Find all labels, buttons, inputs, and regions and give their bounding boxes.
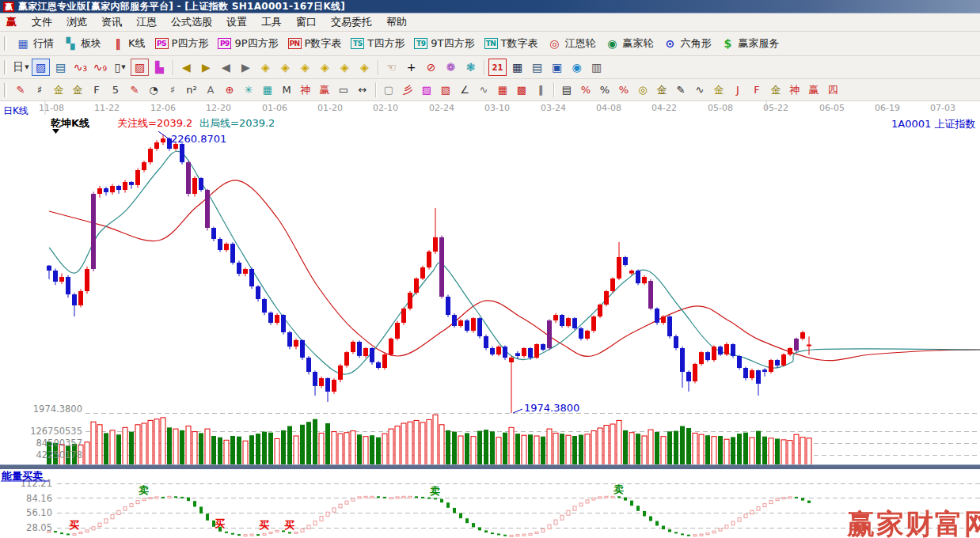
mark-pencil-icon[interactable]: ✎	[672, 81, 689, 98]
trend-pencil-icon[interactable]: ✎	[12, 81, 29, 98]
gann-brain-icon[interactable]: ❁	[442, 59, 460, 76]
gold-levels-icon[interactable]: 金	[653, 81, 670, 98]
gann-pattern-red-icon[interactable]: ▨	[131, 59, 149, 76]
gann-pattern-active-icon[interactable]: ▨	[32, 59, 50, 76]
diamond-full-icon[interactable]: ◈	[355, 59, 374, 76]
menu-file[interactable]: 文件	[25, 13, 59, 31]
web-fan-icon[interactable]: ✳	[240, 81, 257, 98]
diamond-left-icon[interactable]: ◈	[256, 59, 275, 76]
gann-box-magenta-icon[interactable]: ▨	[418, 81, 435, 98]
gold-angle-icon[interactable]: 金	[710, 81, 727, 98]
square-of-nine-icon[interactable]: n²	[183, 81, 200, 98]
sector-board-button[interactable]: ▚板块	[59, 35, 106, 52]
gann-compass-icon[interactable]: ⊕	[221, 81, 238, 98]
percent-line-icon[interactable]: %	[615, 81, 632, 98]
red-grid-dense-icon[interactable]: ▩	[513, 81, 530, 98]
measure-zoom-icon[interactable]: ⊘	[422, 59, 440, 76]
step-back-icon[interactable]: ◀	[217, 59, 235, 76]
t9-square-button[interactable]: T99T四方形	[409, 35, 479, 52]
menu-window[interactable]: 窗口	[289, 13, 324, 31]
p9-square-label: 9P四方形	[234, 36, 278, 51]
wave-box-icon[interactable]: ▦	[259, 81, 276, 98]
fib-lines-icon[interactable]: F	[88, 81, 105, 98]
ying-angle-icon[interactable]: 赢	[805, 81, 822, 98]
diamond-horizontal-icon[interactable]: ◈	[296, 59, 314, 76]
shen-angle-icon[interactable]: 神	[786, 81, 803, 98]
menu-trade[interactable]: 交易委托	[324, 13, 379, 31]
web-update-icon[interactable]: ◉	[568, 59, 586, 76]
mini-chart-9-icon[interactable]: ∿₉	[91, 59, 109, 76]
mini-chart-3-icon[interactable]: ∿₃	[71, 59, 89, 76]
wave-channel-icon[interactable]: ∿	[691, 81, 708, 98]
bar-scale-icon[interactable]: ▤	[558, 81, 575, 98]
red-pencil-icon[interactable]: ✎	[126, 81, 143, 98]
save-disk-icon[interactable]: ▣	[548, 59, 566, 76]
angle-lines-icon[interactable]: ∠	[456, 81, 473, 98]
diamond-expand-icon[interactable]: ◈	[316, 59, 334, 76]
gold-grid-2-icon[interactable]: 金	[69, 81, 86, 98]
step-forward-icon[interactable]: ▶	[237, 59, 255, 76]
ratio-lines-icon[interactable]: ♯	[164, 81, 181, 98]
j-angle-icon[interactable]: J	[729, 81, 746, 98]
printer-icon[interactable]: ▥	[587, 59, 606, 76]
panel-splitter[interactable]	[0, 465, 980, 469]
pan-hand-icon[interactable]: ☜	[382, 59, 401, 76]
si-angle-icon[interactable]: 四	[824, 81, 841, 98]
color-kline-icon[interactable]: ▙	[150, 59, 169, 76]
p-number-table-button[interactable]: PNP数字表	[283, 35, 347, 52]
peak-mark-icon[interactable]: M	[278, 81, 295, 98]
diamond-right-icon[interactable]: ◈	[276, 59, 294, 76]
calculator-icon[interactable]: ▦	[508, 59, 526, 76]
diamond-star-icon[interactable]: ◈	[336, 59, 354, 76]
gann-wheel-button[interactable]: ◎江恩轮	[542, 35, 600, 52]
kline-button[interactable]: ‖K线	[106, 35, 150, 52]
crosshair-icon[interactable]: +	[402, 59, 420, 76]
period-selector-icon[interactable]: 日▼	[12, 59, 30, 76]
p-square-button[interactable]: PSP四方形	[150, 35, 214, 52]
percent-down-icon[interactable]: %	[577, 81, 594, 98]
market-quotes-button[interactable]: ▦行情	[11, 35, 59, 52]
dashed-box-icon[interactable]: ▢	[380, 81, 397, 98]
t-number-table-button[interactable]: TNT数字表	[480, 35, 543, 52]
spiral-icon[interactable]: 5	[107, 81, 124, 98]
shen-tool-icon[interactable]: 神	[297, 81, 314, 98]
gann-box-red-icon[interactable]: ▧	[437, 81, 454, 98]
svg-text:42250178: 42250178	[36, 449, 82, 460]
winner-wheel-button[interactable]: ◉赢家轮	[600, 35, 658, 52]
report-doc-icon[interactable]: ▤	[528, 59, 546, 76]
mirror-tool-icon[interactable]: A	[202, 81, 219, 98]
title-bar[interactable]: 赢 赢家江恩专业版[赢家内部服务平台] - [上证指数 SH1A0001-167…	[0, 0, 980, 13]
go-first-icon[interactable]: ◀	[177, 59, 196, 76]
ray-fan-icon[interactable]: 彡	[399, 81, 416, 98]
percent-icon[interactable]: %	[596, 81, 613, 98]
menu-formula-stock[interactable]: 公式选股	[164, 13, 219, 31]
svg-text:03-24: 03-24	[541, 103, 566, 113]
gold-circle-icon[interactable]: ◎	[634, 81, 651, 98]
candle-type-icon[interactable]: ▯▼	[111, 59, 129, 76]
go-last-icon[interactable]: ▶	[197, 59, 215, 76]
ruler-icon[interactable]: ▭	[335, 81, 352, 98]
p9-square-button[interactable]: P99P四方形	[213, 35, 283, 52]
arc-tool-icon[interactable]: ◔	[145, 81, 162, 98]
menu-help[interactable]: 帮助	[379, 13, 414, 31]
gold-angle-2-icon[interactable]: 金	[767, 81, 784, 98]
menu-tools[interactable]: 工具	[254, 13, 289, 31]
calendar-icon[interactable]: 21	[488, 59, 507, 76]
hexagon-button[interactable]: ⊙六角形	[658, 35, 716, 52]
ying-tool-icon[interactable]: 赢	[316, 81, 333, 98]
menu-settings[interactable]: 设置	[219, 13, 254, 31]
winner-service-button[interactable]: $赢家服务	[716, 35, 784, 52]
board-notes-icon[interactable]: ▤	[51, 59, 70, 76]
gold-grid-icon[interactable]: 金	[50, 81, 67, 98]
smart-brain-icon[interactable]: ❃	[462, 59, 480, 76]
menu-browse[interactable]: 浏览	[59, 13, 94, 31]
parallels-icon[interactable]: ∥	[532, 81, 549, 98]
t-square-button[interactable]: TST四方形	[346, 35, 409, 52]
f-angle-icon[interactable]: F	[748, 81, 765, 98]
width-measure-icon[interactable]: ↔	[354, 81, 371, 98]
hatch-lines-icon[interactable]: ♯	[31, 81, 48, 98]
red-grid-icon[interactable]: ▦	[494, 81, 511, 98]
menu-news[interactable]: 资讯	[94, 13, 129, 31]
wave-dots-icon[interactable]: ∿	[475, 81, 492, 98]
menu-gann[interactable]: 江恩	[129, 13, 164, 31]
